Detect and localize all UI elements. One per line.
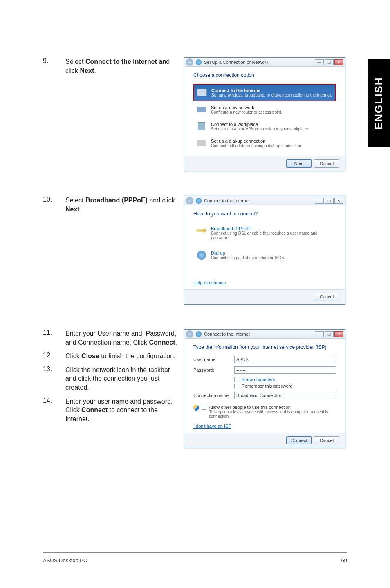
back-icon[interactable]: ← — [186, 197, 193, 204]
maximize-button[interactable]: ▢ — [325, 331, 334, 337]
dialog-heading: Type the information from your Internet … — [193, 344, 336, 350]
connection-name-label: Connection name: — [193, 393, 234, 398]
titlebar: ← Connect to the Internet — ▢ ✕ — [184, 196, 345, 205]
option-desc: Connect to the Internet using a dial-up … — [211, 144, 302, 148]
globe-icon — [196, 198, 202, 204]
option-connect-internet[interactable]: Connect to the Internet Set up a wireles… — [193, 84, 336, 101]
dialog-heading: How do you want to connect? — [193, 211, 336, 217]
language-tab: ENGLISH — [368, 59, 390, 147]
checkbox-icon[interactable] — [234, 384, 239, 388]
dialog-setup-connection: ← Set Up a Connection or Network — ▢ ✕ C… — [184, 57, 345, 171]
close-button[interactable]: ✕ — [334, 59, 343, 65]
option-list: Connect to the Internet Set up a wireles… — [193, 84, 336, 152]
window-title: Connect to the Internet — [204, 198, 250, 203]
option-desc: Set up a wireless, broadband, or dial-up… — [211, 93, 332, 97]
cancel-button[interactable]: Cancel — [314, 293, 339, 301]
connection-name-row: Connection name: — [193, 392, 336, 399]
cancel-button[interactable]: Cancel — [314, 159, 339, 168]
option-desc: Connect using DSL or cable that requires… — [211, 231, 333, 240]
minimize-button[interactable]: — — [315, 331, 324, 337]
maximize-button[interactable]: ▢ — [325, 59, 334, 65]
steps-list: 11. Enter your User name and, Password, … — [43, 329, 176, 428]
password-input[interactable] — [234, 366, 336, 374]
username-input[interactable] — [234, 356, 336, 363]
titlebar: ← Set Up a Connection or Network — ▢ ✕ — [184, 58, 345, 67]
step-number: 10. — [43, 196, 65, 203]
screenshot-col: ← Connect to the Internet — ▢ ✕ Type the… — [176, 329, 345, 448]
dialog-body: How do you want to connect? Broadband (P… — [184, 205, 345, 289]
step-number: 11. — [43, 329, 65, 337]
dialog-connect-internet: ← Connect to the Internet — ▢ ✕ How do y… — [184, 196, 345, 305]
step-9-row: 9. Select Connect to the Internet and cl… — [43, 57, 345, 171]
steps-11-14-row: 11. Enter your User name and, Password, … — [43, 329, 345, 448]
dialog-footer: Cancel — [184, 289, 345, 304]
step-13-row: 13. Click the network icon in the taskba… — [43, 366, 176, 392]
main-content: 9. Select Connect to the Internet and cl… — [43, 57, 345, 448]
checkbox-icon[interactable] — [234, 377, 239, 382]
bold-text: Connect — [81, 406, 108, 413]
titlebar-left: ← Set Up a Connection or Network — [186, 58, 269, 66]
option-dialup[interactable]: Dial-up Connect using a dial-up modem or… — [193, 247, 336, 264]
allow-desc: This option allows anyone with access to… — [209, 410, 336, 419]
dialog-heading: Choose a connection option — [193, 72, 336, 78]
bold-text: Close — [81, 352, 99, 359]
option-new-network[interactable]: Set up a new network Configure a new rou… — [193, 101, 336, 118]
close-button[interactable]: ✕ — [334, 198, 343, 204]
bold-text: Next — [80, 67, 94, 74]
checkbox-icon[interactable] — [202, 405, 206, 410]
window-controls: — ▢ ✕ — [315, 198, 343, 204]
minimize-button[interactable]: — — [315, 198, 324, 204]
bold-text: Connect to the Internet — [85, 58, 157, 65]
back-icon[interactable]: ← — [186, 58, 193, 66]
password-row: Password: — [193, 366, 336, 374]
option-desc: Connect using a dial-up modem or ISDN. — [211, 256, 285, 260]
option-workplace[interactable]: Connect to a workplace Set up a dial-up … — [193, 118, 336, 135]
option-desc: Configure a new router or access point. — [211, 110, 282, 114]
globe-icon — [196, 331, 202, 337]
option-broadband[interactable]: Broadband (PPPoE) Connect using DSL or c… — [193, 222, 336, 244]
dialog-isp-info: ← Connect to the Internet — ▢ ✕ Type the… — [184, 329, 345, 448]
phone-icon — [196, 139, 207, 148]
step-number: 14. — [43, 397, 65, 404]
maximize-button[interactable]: ▢ — [325, 198, 334, 204]
dialog-footer: Connect Cancel — [184, 433, 345, 448]
screenshot-col: ← Set Up a Connection or Network — ▢ ✕ C… — [176, 57, 345, 171]
back-icon[interactable]: ← — [186, 330, 193, 338]
screenshot-col: ← Connect to the Internet — ▢ ✕ How do y… — [176, 196, 345, 305]
step-number: 12. — [43, 352, 65, 359]
help-link[interactable]: Help me choose — [193, 280, 226, 285]
connect-button[interactable]: Connect — [286, 436, 312, 444]
arrow-icon — [196, 226, 207, 235]
dialog-body: Type the information from your Internet … — [184, 339, 345, 433]
earth-icon — [196, 251, 207, 260]
option-title: Connect to a workplace — [211, 122, 309, 127]
close-button[interactable]: ✕ — [334, 331, 343, 337]
step-11-row: 11. Enter your User name and, Password, … — [43, 329, 176, 347]
no-isp-link[interactable]: I don't have an ISP — [193, 424, 231, 429]
text: Select — [65, 197, 85, 204]
step-text: Select Broadband (PPPoE) and click Next. — [65, 196, 176, 213]
text: Select — [65, 58, 85, 65]
show-chars-row[interactable]: Show characters — [234, 377, 336, 382]
footer-product: ASUS Desktop PC — [43, 557, 87, 563]
step-text: Enter your User name and, Password, and … — [65, 329, 182, 347]
allow-others-row[interactable]: Allow other people to use this connectio… — [193, 405, 336, 419]
text: Click — [65, 352, 81, 359]
option-title: Set up a new network — [211, 105, 282, 110]
bold-text: Connect — [149, 339, 175, 346]
username-row: User name: — [193, 356, 336, 363]
option-list: Broadband (PPPoE) Connect using DSL or c… — [193, 222, 336, 264]
option-title: Dial-up — [211, 251, 285, 256]
connection-name-input[interactable] — [234, 392, 336, 399]
option-dialup[interactable]: Set up a dial-up connection Connect to t… — [193, 135, 336, 152]
cancel-button[interactable]: Cancel — [314, 436, 339, 444]
shield-icon — [193, 405, 199, 411]
next-button[interactable]: Next — [286, 159, 312, 168]
remember-row[interactable]: Remember this password — [234, 384, 336, 388]
text: to finish the configuration. — [99, 352, 176, 359]
password-label: Password: — [193, 368, 234, 373]
titlebar: ← Connect to the Internet — ▢ ✕ — [184, 330, 345, 339]
allow-label: Allow other people to use this connectio… — [209, 405, 336, 410]
minimize-button[interactable]: — — [315, 59, 324, 65]
step-number: 13. — [43, 366, 65, 373]
